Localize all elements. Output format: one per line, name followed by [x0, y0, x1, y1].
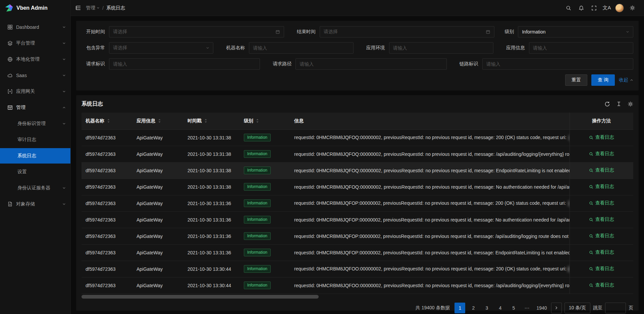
magnifier-icon: [589, 152, 593, 156]
cell-timestamp: 2021-10-30 13:31:36: [183, 244, 240, 261]
column-settings-gear-icon[interactable]: [628, 101, 633, 107]
page-button-2[interactable]: 2: [468, 303, 479, 313]
chevron-down-icon: [97, 6, 100, 9]
jump-page-input[interactable]: [605, 303, 626, 313]
redacted-text: [568, 201, 570, 206]
locale-switch-icon[interactable]: 文A: [600, 0, 613, 16]
breadcrumb-item-management[interactable]: 管理: [86, 5, 100, 11]
sidebar-item-label: 对象存储: [16, 201, 59, 207]
view-log-button[interactable]: 查看日志: [589, 249, 614, 255]
level-select[interactable]: Information: [518, 26, 633, 38]
view-log-button[interactable]: 查看日志: [589, 282, 614, 288]
field-app-env: 应用环境: [362, 42, 493, 54]
column-header-machine[interactable]: 机器名称: [82, 113, 132, 129]
page-content: 开始时间 请选择 结束时间: [71, 16, 644, 314]
chevron-down-icon: [62, 42, 66, 45]
filter-panel: 开始时间 请选择 结束时间: [76, 21, 639, 90]
page-button-4[interactable]: 4: [495, 303, 505, 313]
field-request-id: 请求标识: [82, 58, 260, 70]
cell-action: 查看日志: [570, 162, 633, 179]
view-log-button[interactable]: 查看日志: [589, 134, 614, 140]
sidebar-item-settings[interactable]: 设置: [0, 164, 70, 180]
column-label: 操作方法: [592, 118, 611, 124]
view-log-button[interactable]: 查看日志: [589, 184, 614, 190]
view-log-button[interactable]: 查看日志: [589, 200, 614, 206]
has-exception-placeholder: 请选择: [113, 45, 203, 51]
view-log-label: 查看日志: [595, 233, 614, 239]
app-logo[interactable]: Vben Admin: [0, 0, 70, 16]
sidebar-item-system-logs[interactable]: 系统日志: [0, 148, 70, 164]
machine-name-input[interactable]: [253, 45, 349, 51]
gateway-icon: [7, 89, 13, 94]
chevron-down-icon: [62, 58, 66, 61]
sidebar-item-gateway[interactable]: 应用网关: [0, 84, 70, 99]
breadcrumb-label: 管理: [86, 5, 95, 11]
reset-button[interactable]: 重置: [565, 74, 587, 86]
column-header-app[interactable]: 应用信息: [132, 113, 183, 129]
level-badge: Information: [244, 232, 271, 240]
user-menu[interactable]: [613, 0, 626, 16]
cell-app: ApiGateWay: [132, 211, 183, 228]
page-button-3[interactable]: 3: [481, 303, 492, 313]
sidebar-item-storage[interactable]: 对象存储: [0, 196, 70, 212]
page-button-1[interactable]: 1: [454, 303, 465, 313]
page-ellipsis[interactable]: •••: [522, 303, 532, 313]
start-time-label: 开始时间: [82, 29, 105, 35]
start-time-picker[interactable]: 请选择: [109, 26, 284, 38]
cell-timestamp: 2021-10-30 13:31:38: [183, 179, 240, 195]
view-log-button[interactable]: 查看日志: [589, 233, 614, 239]
notification-bell-icon[interactable]: [575, 0, 588, 16]
table-body: df5974d72363 ApiGateWay 2021-10-30 13:31…: [82, 129, 633, 294]
horizontal-scrollbar: [82, 295, 633, 299]
sidebar-item-localization[interactable]: 本地化管理: [0, 52, 70, 67]
cell-machine: df5974d72363: [82, 195, 132, 211]
cell-machine: df5974d72363: [82, 129, 132, 146]
fullscreen-icon[interactable]: [588, 0, 600, 16]
row-height-icon[interactable]: [616, 101, 622, 107]
trace-id-input[interactable]: [486, 61, 629, 67]
platform-icon: [7, 41, 13, 46]
page-button-1940[interactable]: 1940: [535, 303, 548, 313]
app-env-label: 应用环境: [362, 45, 385, 51]
app-env-input[interactable]: [393, 45, 489, 51]
request-id-input[interactable]: [113, 61, 256, 67]
page-button-5[interactable]: 5: [508, 303, 519, 313]
view-log-button[interactable]: 查看日志: [589, 266, 614, 272]
cell-machine: df5974d72363: [82, 261, 132, 277]
end-time-picker[interactable]: 请选择: [320, 26, 495, 38]
settings-gear-icon[interactable]: [626, 0, 639, 16]
column-label: 级别: [244, 118, 253, 124]
page-size-select[interactable]: 10 条/页: [565, 303, 590, 313]
column-header-level[interactable]: 级别: [240, 113, 290, 129]
column-header-action: 操作方法: [570, 113, 633, 129]
menu-fold-icon[interactable]: [75, 5, 81, 11]
sidebar-item-audit-logs[interactable]: 审计日志: [0, 132, 70, 147]
collapse-filter-link[interactable]: 收起: [619, 77, 633, 83]
column-header-timestamp[interactable]: 时间戳: [183, 113, 240, 129]
sidebar-item-identity[interactable]: 身份标识管理: [0, 116, 70, 131]
refresh-icon[interactable]: [604, 101, 610, 107]
cell-machine: df5974d72363: [82, 228, 132, 244]
has-exception-select[interactable]: 请选择: [109, 42, 213, 54]
cell-timestamp: 2021-10-30 13:31:36: [183, 211, 240, 228]
breadcrumb-separator: /: [102, 5, 104, 11]
sidebar-item-dashboard[interactable]: Dashboard: [0, 19, 70, 35]
cell-app: ApiGateWay: [132, 179, 183, 195]
request-path-input[interactable]: [300, 61, 442, 67]
view-log-button[interactable]: 查看日志: [589, 216, 614, 223]
sidebar-item-platform[interactable]: 平台管理: [0, 36, 70, 51]
view-log-button[interactable]: 查看日志: [589, 151, 614, 157]
topbar-actions: 文A: [562, 0, 639, 16]
app-info-input[interactable]: [533, 45, 629, 51]
level-selected-value: Information: [522, 29, 623, 35]
level-badge: Information: [244, 183, 271, 191]
search-icon[interactable]: [562, 0, 575, 16]
horizontal-scrollbar-thumb[interactable]: [82, 295, 319, 299]
query-button[interactable]: 查 询: [591, 74, 615, 86]
sidebar-item-saas[interactable]: Saas: [0, 68, 70, 83]
next-page-button[interactable]: [551, 303, 562, 313]
sidebar-item-management[interactable]: 管理: [0, 100, 70, 115]
sidebar-item-auth-server[interactable]: 身份认证服务器: [0, 180, 70, 196]
view-log-button[interactable]: 查看日志: [589, 167, 614, 173]
calendar-icon: [275, 29, 280, 34]
